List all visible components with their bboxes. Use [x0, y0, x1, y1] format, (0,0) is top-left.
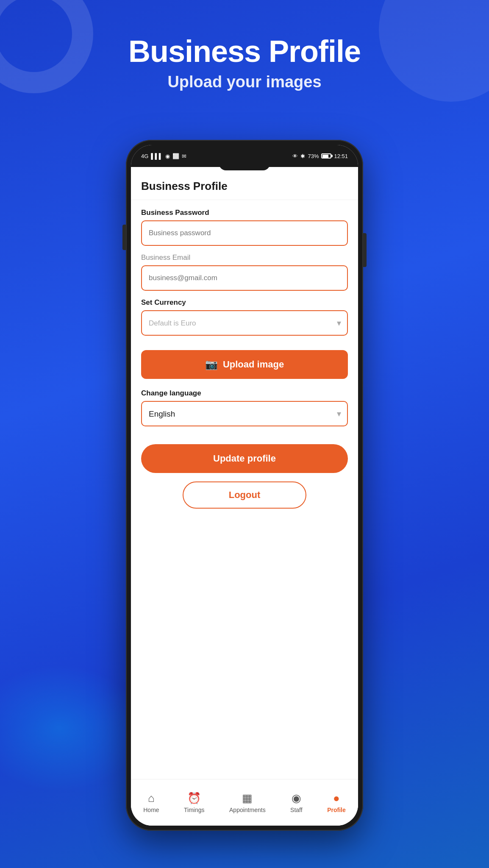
- logout-button-label: Logout: [229, 490, 261, 500]
- clock-time: 12:51: [334, 153, 348, 159]
- signal-icon: 4G: [141, 153, 148, 159]
- wifi-icon: ◉: [165, 153, 170, 159]
- password-label: Business Password: [141, 209, 348, 217]
- phone-notch: [219, 162, 270, 170]
- nav-label-home: Home: [143, 807, 159, 813]
- nav-label-timings: Timings: [184, 807, 205, 813]
- phone-mockup: 4G ▌▌▌ ◉ ⬜ ✉ 👁 ✱ 73% 12:51: [126, 140, 363, 831]
- mail-icon: ✉: [182, 153, 186, 159]
- battery-percent: 73%: [308, 153, 319, 159]
- password-input[interactable]: [141, 220, 348, 246]
- sim-icon: ⬜: [172, 153, 179, 159]
- app-content: Business Profile Business Password Busin…: [131, 167, 358, 826]
- currency-field-group: Set Currency Default is Euro USD - Dolla…: [141, 298, 348, 336]
- hero-title: Business Profile: [0, 34, 489, 69]
- nav-label-appointments: Appointments: [229, 807, 266, 813]
- app-title: Business Profile: [141, 180, 228, 192]
- nav-label-profile: Profile: [327, 807, 346, 813]
- upload-image-button[interactable]: 📷 Upload image: [141, 350, 348, 379]
- profile-icon: ●: [333, 792, 340, 805]
- hero-subtitle: Upload your images: [0, 73, 489, 91]
- camera-icon: 📷: [205, 359, 218, 370]
- app-header: Business Profile: [131, 167, 358, 200]
- signal-bars: ▌▌▌: [151, 153, 163, 159]
- nav-item-home[interactable]: ⌂ Home: [143, 792, 159, 813]
- appointments-icon: ▦: [242, 792, 253, 805]
- bluetooth-icon: ✱: [300, 153, 305, 159]
- language-select[interactable]: English Spanish French German Italian: [141, 401, 348, 426]
- language-label: Change language: [141, 389, 348, 398]
- eye-icon: 👁: [292, 153, 298, 159]
- update-profile-button[interactable]: Update profile: [141, 444, 348, 473]
- hero-section: Business Profile Upload your images: [0, 34, 489, 91]
- status-right: 👁 ✱ 73% 12:51: [292, 153, 348, 159]
- nav-item-profile[interactable]: ● Profile: [327, 792, 346, 813]
- language-select-wrapper: English Spanish French German Italian ▾: [141, 401, 348, 426]
- form-scroll-area[interactable]: Business Password Business Email Set Cur…: [131, 200, 358, 779]
- email-input[interactable]: [141, 265, 348, 291]
- update-button-label: Update profile: [213, 453, 276, 464]
- upload-button-label: Upload image: [223, 359, 284, 370]
- logout-button[interactable]: Logout: [183, 481, 307, 509]
- email-label: Business Email: [141, 253, 348, 262]
- bg-wave-bottom: [0, 665, 144, 792]
- currency-select-wrapper: Default is Euro USD - Dollar GBP - Pound…: [141, 310, 348, 336]
- bottom-nav: ⌂ Home ⏰ Timings ▦ Appointments ◉ Staff: [131, 779, 358, 826]
- staff-icon: ◉: [292, 792, 301, 805]
- nav-item-staff[interactable]: ◉ Staff: [290, 792, 303, 813]
- nav-item-timings[interactable]: ⏰ Timings: [184, 792, 205, 813]
- password-field-group: Business Password: [141, 209, 348, 246]
- nav-item-appointments[interactable]: ▦ Appointments: [229, 792, 266, 813]
- phone-outer-shell: 4G ▌▌▌ ◉ ⬜ ✉ 👁 ✱ 73% 12:51: [126, 140, 363, 831]
- language-field-group: Change language English Spanish French G…: [141, 389, 348, 437]
- battery-icon: [321, 153, 331, 159]
- nav-label-staff: Staff: [290, 807, 303, 813]
- status-left: 4G ▌▌▌ ◉ ⬜ ✉: [141, 153, 186, 159]
- phone-inner-screen: 4G ▌▌▌ ◉ ⬜ ✉ 👁 ✱ 73% 12:51: [131, 145, 358, 826]
- home-icon: ⌂: [148, 792, 155, 805]
- currency-select[interactable]: Default is Euro USD - Dollar GBP - Pound…: [141, 310, 348, 336]
- email-field-group: Business Email: [141, 253, 348, 291]
- currency-label: Set Currency: [141, 298, 348, 307]
- timings-icon: ⏰: [187, 792, 201, 805]
